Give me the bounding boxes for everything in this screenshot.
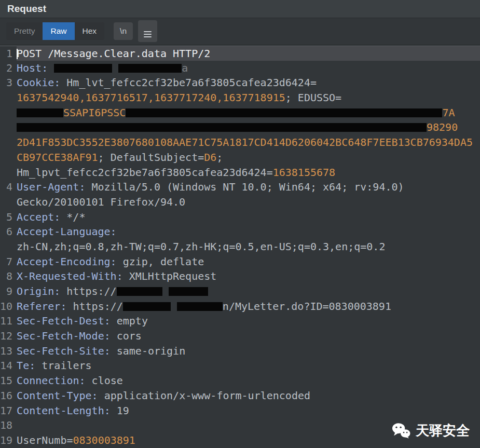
line-content: Content-Type: application/x-www-form-url… [17,388,480,403]
header-value [162,285,169,297]
line-content: Sec-Fetch-Mode: cors [17,329,480,344]
line-content: Content-Length: 19 [17,403,480,418]
header-value: ; [216,151,223,164]
line-content: Origin: https:// [17,284,480,299]
watermark: 天驿安全 [392,422,470,440]
line-number: 8 [0,269,17,284]
redaction-block [117,287,162,296]
redaction-block [118,64,182,73]
request-line[interactable]: 9Origin: https:// [0,284,480,299]
redaction-block [126,108,442,117]
request-line[interactable]: 3Cookie: Hm_lvt_fefcc2cf32be7a6f3805cafe… [0,75,480,90]
line-content: User-Agent: Mozilla/5.0 (Windows NT 10.0… [17,180,480,195]
line-number: 17 [0,403,17,418]
request-line[interactable]: 4User-Agent: Mozilla/5.0 (Windows NT 10.… [0,180,480,195]
line-number [0,120,17,135]
header-name: Accept-Language: [17,225,123,238]
linebreak-toggle-button[interactable]: \n [114,22,133,40]
token-number: 0830003891 [73,434,135,446]
request-line[interactable]: CB97CCE38AF91; DefaultSubject=D6; [0,150,480,165]
request-line[interactable]: 7Accept-Encoding: gzip, deflate [0,254,480,269]
header-value: UserNumb= [17,434,73,446]
tab-hex[interactable]: Hex [75,22,105,40]
request-line[interactable]: 16Content-Type: application/x-www-form-u… [0,388,480,403]
request-line[interactable]: 5Accept: */* [0,210,480,225]
redaction-block [169,287,208,296]
request-line[interactable]: 14Te: trailers [0,358,480,373]
line-content: 2D41F853DC3552E3807680108AAE71C75A1817CD… [17,135,480,150]
request-line[interactable]: 11Sec-Fetch-Dest: empty [0,314,480,329]
request-line[interactable]: Gecko/20100101 Firefox/94.0 [0,195,480,210]
header-value: close [92,374,123,387]
line-number [0,195,17,210]
request-line[interactable]: 2Host: a [0,61,480,76]
redaction-block [17,108,63,117]
line-content: Host: a [17,61,480,76]
token-number: CB97CCE38AF91 [17,151,98,164]
header-name: Content-Type: [17,389,104,402]
line-number [0,105,17,120]
header-name: Accept-Encoding: [17,255,123,268]
line-content: CB97CCE38AF91; DefaultSubject=D6; [17,150,480,165]
line-number: 2 [0,61,17,76]
header-value: application/x-www-form-urlencoded [104,389,310,402]
header-value: Gecko/20100101 Firefox/94.0 [17,196,185,208]
line-number: 10 [0,299,17,314]
header-value: ; DefaultSubject= [98,151,204,164]
line-content: X-Requested-With: XMLHttpRequest [17,269,480,284]
request-line[interactable]: 8X-Requested-With: XMLHttpRequest [0,269,480,284]
line-content: 1637542940,1637716517,1637717240,1637718… [17,90,480,105]
line-content: 98290 [17,120,480,135]
request-line[interactable]: 6Accept-Language: [0,224,480,239]
view-tab-group: Pretty Raw Hex [6,22,104,40]
request-line[interactable]: 1POST /Message.Clear.data HTTP/2 [0,46,480,61]
header-value: trailers [42,359,91,372]
panel-header: Request [0,0,480,18]
header-name: Sec-Fetch-Dest: [17,315,117,327]
header-value: https:// [66,285,116,297]
request-line[interactable]: 15Connection: close [0,373,480,388]
request-line[interactable]: 1637542940,1637716517,1637717240,1637718… [0,90,480,105]
header-name: Accept: [17,211,66,223]
request-line-text: POST /Message.Clear.data HTTP/2 [17,47,210,60]
header-name: Content-Length: [17,404,117,417]
line-number [0,90,17,105]
request-line[interactable]: 13Sec-Fetch-Site: same-origin [0,344,480,359]
request-line[interactable]: 17Content-Length: 19 [0,403,480,418]
header-value: Hm_lvt_fefcc2cf32be7a6f3805cafea23d6424= [66,76,317,89]
token-number: 1637542940,1637716517,1637717240,1637718… [17,91,285,104]
header-value: cors [117,330,142,342]
wechat-icon [392,423,410,439]
tab-raw[interactable]: Raw [43,22,74,40]
request-line[interactable]: zh-CN,zh;q=0.8,zh-TW;q=0.7,zh-HK;q=0.5,e… [0,239,480,254]
line-number: 6 [0,224,17,239]
header-name: Host: [17,62,54,74]
header-value: EDUSSO= [298,91,341,104]
header-name: Cookie: [17,76,66,89]
header-value: zh-CN,zh;q=0.8,zh-TW;q=0.7,zh-HK;q=0.5,e… [17,240,385,253]
token-number: 1638155678 [273,166,335,179]
line-content: SSAPI6PSSC7A [17,105,480,120]
line-number [0,150,17,165]
header-name: Connection: [17,374,92,387]
menu-button[interactable] [138,20,157,42]
header-value: same-origin [117,345,185,357]
line-number: 11 [0,314,17,329]
request-line[interactable]: 2D41F853DC3552E3807680108AAE71C75A1817CD… [0,135,480,150]
request-editor[interactable]: 1POST /Message.Clear.data HTTP/22Host: a… [0,45,480,448]
request-line[interactable]: 10Referer: https:// n/MyLetter.do?ID=083… [0,299,480,314]
tab-pretty[interactable]: Pretty [6,22,43,40]
line-content: Hm_lpvt_fefcc2cf32be7a6f3805cafea23d6424… [17,165,480,180]
watermark-text: 天驿安全 [416,422,470,440]
token-number: SSAPI6PSSC [63,106,126,119]
request-line[interactable]: Hm_lpvt_fefcc2cf32be7a6f3805cafea23d6424… [0,165,480,180]
line-content: POST /Message.Clear.data HTTP/2 [17,46,480,61]
header-name: Sec-Fetch-Site: [17,345,117,357]
line-content: Accept-Language: [17,224,480,239]
header-name: Origin: [17,285,66,297]
request-line[interactable]: 98290 [0,120,480,135]
header-name: Referer: [17,300,73,313]
line-number: 14 [0,358,17,373]
request-line[interactable]: SSAPI6PSSC7A [0,105,480,120]
request-line[interactable]: 12Sec-Fetch-Mode: cors [0,329,480,344]
